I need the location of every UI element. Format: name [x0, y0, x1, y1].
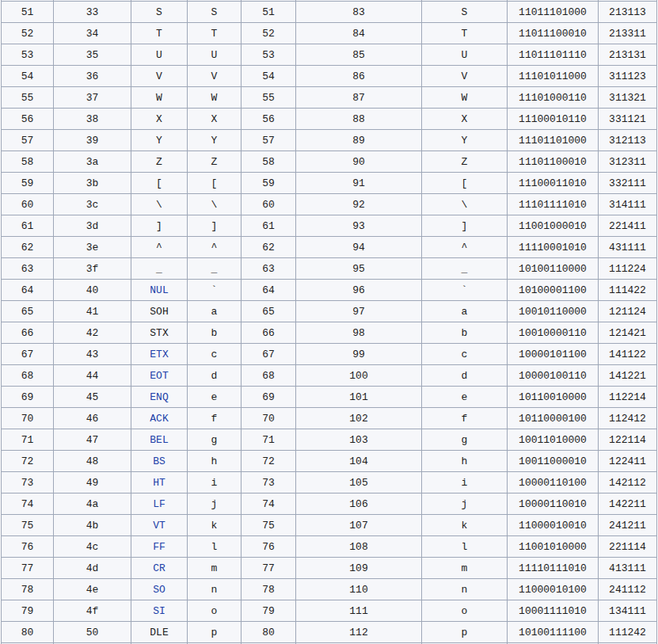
cell-code-b: m: [188, 558, 242, 579]
cell-text: 110: [349, 584, 367, 596]
cell-text: 78: [262, 584, 275, 596]
cell-code-b: f: [188, 408, 242, 429]
control-char-link[interactable]: ETX: [150, 349, 168, 360]
cell-text: 46: [86, 413, 99, 425]
control-char-link[interactable]: ENQ: [150, 391, 168, 403]
cell-text: ]: [211, 220, 218, 232]
cell-widths: 213113: [599, 2, 657, 23]
cell-text: 61: [21, 220, 34, 232]
control-char-link[interactable]: NUL: [150, 284, 168, 296]
cell-hex: 38: [54, 109, 131, 130]
cell-text: 112412: [609, 413, 646, 425]
cell-text: S: [211, 6, 218, 18]
cell-text: `: [462, 284, 468, 296]
cell-text: S: [156, 6, 162, 18]
cell-code-c: 59: [242, 173, 296, 194]
cell-text: 63: [21, 263, 34, 275]
cell-code-c: 66: [242, 322, 296, 344]
cell-text: 312113: [609, 135, 646, 147]
cell-pattern: 11101111010: [508, 194, 599, 215]
cell-text: 36: [86, 70, 99, 82]
cell-char: \: [422, 194, 508, 215]
cell-text: 92: [352, 199, 365, 211]
cell-text: 45: [86, 391, 99, 403]
cell-text: 11011101000: [519, 6, 587, 18]
cell-pattern: 10010000110: [508, 322, 599, 344]
cell-code-c: 70: [242, 408, 296, 429]
cell-text: X: [211, 113, 218, 125]
cell-text: 141122: [609, 349, 646, 360]
cell-hex: 4b: [54, 515, 131, 536]
cell-char: c: [422, 344, 508, 365]
cell-char: [: [422, 173, 508, 194]
cell-value: 65: [2, 301, 54, 322]
cell-text: 52: [262, 28, 275, 40]
cell-hex: 40: [54, 280, 131, 301]
cell-value: 52: [2, 23, 54, 44]
cell-widths: 142112: [599, 472, 657, 493]
cell-text: f: [211, 413, 218, 425]
cell-ascii: 83: [296, 2, 422, 23]
cell-text: 76: [262, 541, 275, 553]
cell-text: 3b: [86, 177, 99, 189]
cell-pattern: 10100001100: [508, 280, 599, 301]
control-char-link[interactable]: SO: [153, 584, 165, 596]
control-char-link[interactable]: CR: [153, 562, 165, 574]
cell-text: 49: [86, 477, 99, 489]
cell-text: SOH: [150, 306, 168, 318]
cell-code-c: 80: [242, 622, 296, 643]
control-char-link[interactable]: ACK: [150, 413, 168, 425]
cell-text: 11101101000: [519, 135, 587, 147]
cell-char: g: [422, 429, 508, 451]
cell-value: 66: [2, 322, 54, 344]
control-char-link[interactable]: SI: [153, 605, 165, 617]
cell-text: 51: [262, 6, 275, 18]
cell-text: 96: [352, 284, 365, 296]
cell-code-b: a: [188, 301, 242, 322]
cell-text: 10000110010: [519, 498, 587, 510]
cell-hex: 3a: [54, 151, 131, 173]
cell-ascii: 102: [296, 408, 422, 429]
cell-text: 311123: [609, 70, 646, 82]
table-row: 774dCRm77109m11110111010413111: [2, 558, 657, 579]
cell-text: ]: [156, 220, 162, 232]
cell-text: 413111: [609, 562, 646, 574]
cell-code-a: STX: [131, 322, 188, 344]
cell-text: 331121: [609, 113, 646, 125]
cell-value: 74: [2, 493, 54, 515]
cell-text: 104: [349, 455, 367, 467]
cell-ascii: 101: [296, 387, 422, 408]
cell-text: h: [462, 455, 468, 467]
cell-widths: 111242: [599, 622, 657, 643]
cell-code-a: V: [131, 66, 188, 87]
cell-pattern: 11101000110: [508, 87, 599, 109]
cell-text: 34: [86, 28, 99, 40]
control-char-link[interactable]: BS: [153, 455, 165, 467]
cell-hex: 4c: [54, 536, 131, 558]
cell-code-c: 55: [242, 87, 296, 109]
cell-text: W: [156, 92, 162, 104]
cell-text: p: [211, 627, 218, 638]
control-char-link[interactable]: HT: [153, 477, 165, 489]
control-char-link[interactable]: LF: [153, 498, 165, 510]
table-row: 603c\\6092\11101111010314111: [2, 194, 657, 215]
cell-text: 11101000110: [519, 92, 587, 104]
cell-value: 51: [2, 2, 54, 23]
cell-hex: 3b: [54, 173, 131, 194]
cell-code-a: \: [131, 194, 188, 215]
cell-text: 53: [262, 49, 275, 61]
cell-text: 42: [86, 327, 99, 339]
cell-pattern: 11100011010: [508, 173, 599, 194]
cell-code-a: U: [131, 44, 188, 66]
control-char-link[interactable]: EOT: [150, 370, 168, 382]
code128-table-viewport: 5133SS5183S110111010002131135234TT5284T1…: [1, 0, 658, 644]
control-char-link[interactable]: BEL: [150, 434, 168, 446]
control-char-link[interactable]: FF: [153, 541, 165, 553]
cell-text: [: [156, 177, 162, 189]
cell-text: 4c: [86, 541, 99, 553]
control-char-link[interactable]: VT: [153, 520, 165, 532]
cell-pattern: 10000110010: [508, 493, 599, 515]
table-row: 5739YY5789Y11101101000312113: [2, 130, 657, 151]
cell-text: 69: [262, 391, 275, 403]
cell-text: 4d: [86, 562, 99, 574]
